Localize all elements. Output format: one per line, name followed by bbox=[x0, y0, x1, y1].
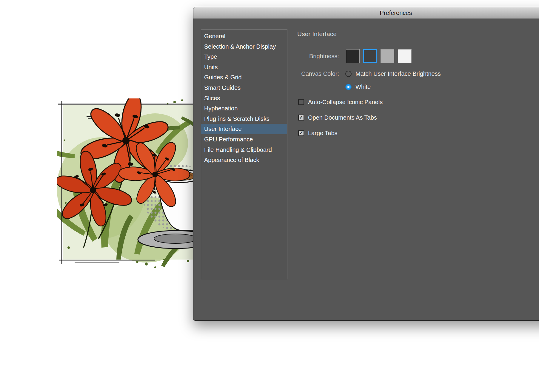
radio-white[interactable]: White bbox=[345, 82, 371, 92]
preferences-dialog: Preferences General Selection & Anchor D… bbox=[193, 7, 539, 321]
sidebar-item-plugins-scratch-disks[interactable]: Plug-ins & Scratch Disks bbox=[201, 114, 287, 124]
panel-heading: User Interface bbox=[297, 30, 337, 38]
sidebar-item-appearance-of-black[interactable]: Appearance of Black bbox=[201, 155, 287, 165]
radio-selected-icon[interactable] bbox=[345, 84, 352, 90]
dialog-body: General Selection & Anchor Display Type … bbox=[193, 18, 539, 320]
brightness-swatch-medium-dark[interactable] bbox=[363, 49, 377, 63]
brightness-label: Brightness: bbox=[261, 49, 339, 63]
radio-match-ui-brightness[interactable]: Match User Interface Brightness bbox=[345, 69, 441, 79]
sidebar-item-smart-guides[interactable]: Smart Guides bbox=[201, 83, 287, 93]
preferences-category-list: General Selection & Anchor Display Type … bbox=[201, 29, 287, 279]
checkbox-large-tabs[interactable]: ✓ Large Tabs bbox=[298, 128, 338, 138]
sidebar-item-gpu-performance[interactable]: GPU Performance bbox=[201, 134, 287, 145]
radio-label: White bbox=[355, 84, 371, 90]
sidebar-item-file-handling-clipboard[interactable]: File Handling & Clipboard bbox=[201, 145, 287, 155]
sidebar-item-hyphenation[interactable]: Hyphenation bbox=[201, 103, 287, 114]
sidebar-item-user-interface[interactable]: User Interface bbox=[201, 124, 287, 134]
checkbox-icon[interactable] bbox=[298, 99, 304, 105]
checkbox-label: Auto-Collapse Iconic Panels bbox=[308, 99, 383, 106]
radio-label: Match User Interface Brightness bbox=[355, 70, 441, 77]
checkbox-label: Large Tabs bbox=[308, 130, 338, 137]
checkbox-open-documents-as-tabs[interactable]: ✓ Open Documents As Tabs bbox=[298, 112, 377, 123]
check-icon: ✓ bbox=[299, 115, 303, 120]
brightness-swatch-dark[interactable] bbox=[346, 49, 360, 63]
sidebar-item-general[interactable]: General bbox=[201, 31, 287, 41]
brightness-swatch-light[interactable] bbox=[398, 49, 412, 63]
radio-icon[interactable] bbox=[345, 71, 352, 77]
checkbox-auto-collapse-iconic-panels[interactable]: Auto-Collapse Iconic Panels bbox=[298, 97, 383, 107]
dialog-title: Preferences bbox=[380, 10, 412, 16]
brightness-swatches bbox=[346, 49, 412, 63]
checkbox-checked-icon[interactable]: ✓ bbox=[298, 130, 304, 136]
sidebar-item-slices[interactable]: Slices bbox=[201, 93, 287, 104]
canvas-artwork-illustration bbox=[57, 98, 200, 273]
titlebar[interactable]: Preferences bbox=[193, 7, 539, 19]
checkbox-label: Open Documents As Tabs bbox=[308, 114, 377, 121]
brightness-swatch-medium-light[interactable] bbox=[381, 49, 394, 63]
checkbox-checked-icon[interactable]: ✓ bbox=[298, 115, 304, 121]
canvas-color-label: Canvas Color: bbox=[261, 69, 339, 79]
check-icon: ✓ bbox=[299, 131, 303, 135]
